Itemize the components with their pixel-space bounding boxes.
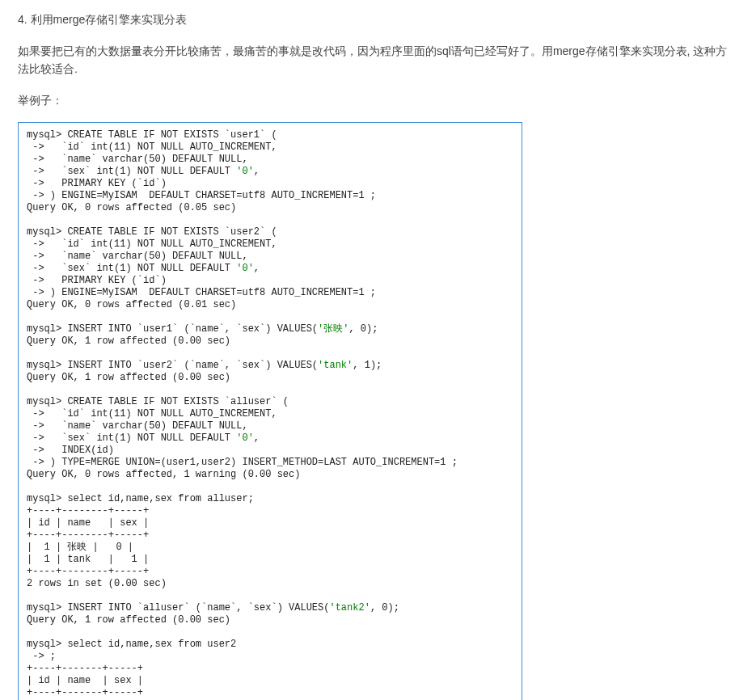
string-literal: '0' [236,263,254,274]
code-line: mysql> select id,name,sex from user2 [27,639,236,650]
code-line: -> `name` varchar(50) DEFAULT NULL, [27,420,248,432]
code-line: | id | name | sex | [27,517,149,529]
code-line: Query OK, 1 row affected (0.00 sec) [27,372,230,383]
code-line: +----+--------+-----+ [27,529,149,541]
paragraph-example-label: 举例子： [18,91,738,109]
code-line: , [254,432,260,444]
code-line: -> `name` varchar(50) DEFAULT NULL, [27,154,248,165]
string-literal: '0' [236,166,254,177]
string-literal: '张映' [318,323,348,335]
code-line: -> ) ENGINE=MyISAM DEFAULT CHARSET=utf8 … [27,190,376,201]
code-line: mysql> INSERT INTO `user1` (`name`, `sex… [27,323,318,335]
code-content: mysql> CREATE TABLE IF NOT EXISTS `user1… [27,129,513,700]
code-line: mysql> INSERT INTO `alluser` (`name`, `s… [27,602,329,614]
code-line: -> `sex` int(1) NOT NULL DEFAULT [27,166,236,177]
code-line: +----+-------+-----+ [27,663,143,674]
code-line: | 1 | 张映 | 0 | [27,542,133,553]
string-literal: 'tank' [318,360,353,371]
code-line: -> `id` int(11) NOT NULL AUTO_INCREMENT, [27,238,277,250]
code-line: Query OK, 0 rows affected (0.01 sec) [27,299,236,310]
code-line: , 0); [370,602,399,614]
code-line: | id | name | sex | [27,675,143,686]
code-line: -> `sex` int(1) NOT NULL DEFAULT [27,263,236,274]
string-literal: '0' [236,432,254,444]
document-page: 4. 利用merge存储引擎来实现分表 如果要把已有的大数据量表分开比较痛苦，最… [0,0,756,700]
code-line: mysql> CREATE TABLE IF NOT EXISTS `allus… [27,396,289,407]
code-line: | 1 | tank | 1 | [27,554,149,565]
code-line: -> PRIMARY KEY (`id`) [27,275,167,286]
code-line: Query OK, 1 row affected (0.00 sec) [27,614,230,626]
code-line: +----+-------+-----+ [27,687,143,698]
code-line: Query OK, 1 row affected (0.00 sec) [27,335,230,347]
code-line: mysql> INSERT INTO `user2` (`name`, `sex… [27,360,318,371]
code-line: mysql> CREATE TABLE IF NOT EXISTS `user1… [27,129,277,141]
code-line: -> INDEX(id) [27,445,114,456]
code-line: Query OK, 0 rows affected, 1 warning (0.… [27,469,300,480]
code-line: -> `id` int(11) NOT NULL AUTO_INCREMENT, [27,141,277,153]
code-line: , [254,166,260,177]
code-line: +----+--------+-----+ [27,566,149,577]
code-line: , [254,263,260,274]
code-line: -> ) TYPE=MERGE UNION=(user1,user2) INSE… [27,457,458,468]
string-literal: 'tank2' [329,602,370,614]
code-line: -> ; [27,651,56,662]
code-line: mysql> select id,name,sex from alluser; [27,493,254,504]
code-line: +----+--------+-----+ [27,505,149,517]
code-line: mysql> CREATE TABLE IF NOT EXISTS `user2… [27,226,277,238]
code-line: -> PRIMARY KEY (`id`) [27,178,167,189]
code-line: -> `name` varchar(50) DEFAULT NULL, [27,251,248,262]
paragraph-intro: 如果要把已有的大数据量表分开比较痛苦，最痛苦的事就是改代码，因为程序里面的sql… [18,42,738,78]
code-line: -> ) ENGINE=MyISAM DEFAULT CHARSET=utf8 … [27,287,376,298]
code-line: -> `id` int(11) NOT NULL AUTO_INCREMENT, [27,408,277,420]
code-block: mysql> CREATE TABLE IF NOT EXISTS `user1… [18,122,522,700]
code-line: , 1); [353,360,382,371]
code-line: , 0); [348,323,378,335]
code-line: -> `sex` int(1) NOT NULL DEFAULT [27,432,236,444]
section-heading: 4. 利用merge存储引擎来实现分表 [18,13,738,27]
code-line: 2 rows in set (0.00 sec) [27,578,167,589]
code-line: Query OK, 0 rows affected (0.05 sec) [27,202,236,213]
